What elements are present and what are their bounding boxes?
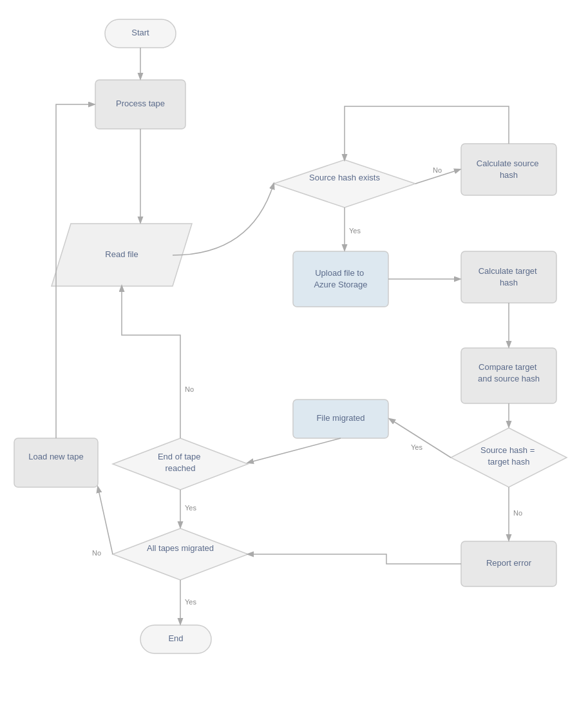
calc-target-hash-node	[461, 251, 556, 303]
no-label-2: No	[513, 509, 522, 517]
yes-label-4: Yes	[185, 598, 196, 606]
source-hash-exists-label: Source hash exists	[309, 173, 380, 182]
arrow-migrated-endtape	[248, 438, 341, 463]
file-migrated-label: File migrated	[316, 413, 365, 423]
yes-label-1: Yes	[349, 227, 361, 235]
upload-file-node	[293, 251, 388, 307]
arrow-eqcheck-migrated	[390, 419, 451, 458]
no-label-1: No	[433, 166, 442, 174]
source-hash-exists-node	[274, 160, 415, 208]
end-label: End	[168, 633, 183, 643]
calc-source-hash-node	[461, 144, 556, 195]
no-label-4: No	[92, 549, 101, 557]
all-tapes-migrated-label: All tapes migrated	[147, 543, 214, 553]
arrow-reporterror-endoftape	[248, 554, 461, 564]
arrow-read-sourcehash	[173, 184, 274, 255]
process-tape-label: Process tape	[116, 99, 165, 108]
report-error-label: Report error	[486, 558, 532, 568]
all-tapes-migrated-node	[113, 528, 248, 580]
yes-label-3: Yes	[185, 504, 196, 512]
yes-label-2: Yes	[411, 443, 422, 451]
load-new-tape-label: Load new tape	[28, 452, 83, 461]
load-new-tape-node	[14, 438, 98, 487]
no-label-3: No	[185, 385, 194, 393]
arrow-alltapes-loadtape	[98, 487, 113, 554]
arrow-endtape-read	[122, 286, 180, 438]
flowchart-diagram: Start Process tape Read file Source hash…	[0, 0, 588, 705]
start-label: Start	[131, 28, 149, 37]
read-file-label: Read file	[105, 249, 138, 259]
